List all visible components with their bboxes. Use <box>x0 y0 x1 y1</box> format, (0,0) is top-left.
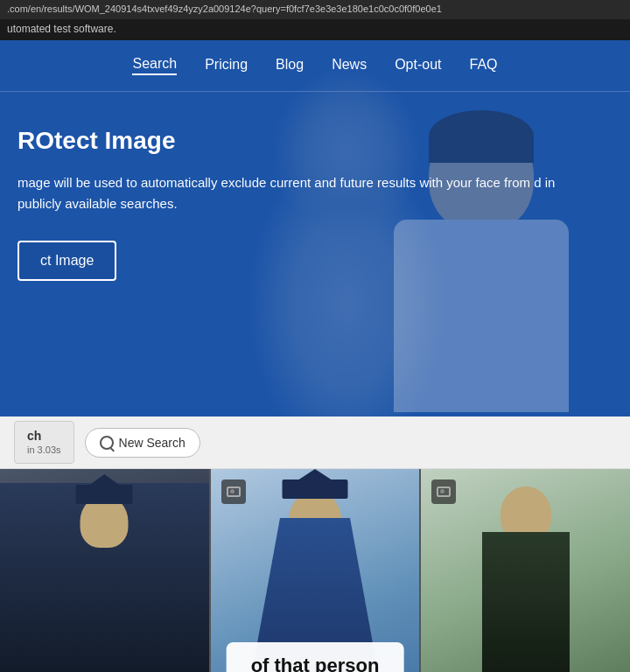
url-text: .com/en/results/WOM_240914s4txvef49z4yzy… <box>7 4 442 14</box>
subtitle-bar: utomated test software. <box>0 19 630 40</box>
search-results-bar: ch in 3.03s New Search <box>0 416 630 469</box>
search-icon <box>100 436 114 450</box>
subtitle-text: utomated test software. <box>7 23 116 35</box>
caption-overlay: of that person <box>227 642 404 672</box>
nav-blog[interactable]: Blog <box>276 57 304 74</box>
caption-text: of that person <box>251 654 380 672</box>
nav-opt-out[interactable]: Opt-out <box>395 57 441 74</box>
photo-col-left <box>0 469 209 672</box>
right-body <box>482 532 570 672</box>
photo-col-middle: of that person <box>209 469 422 672</box>
protect-image-button[interactable]: ct Image <box>18 241 116 281</box>
protect-title: ROtect Image <box>18 127 612 155</box>
protect-content: ROtect Image mage will be used to automa… <box>0 92 630 298</box>
navigation: Search Pricing Blog News Opt-out FAQ <box>0 40 630 92</box>
url-bar: .com/en/results/WOM_240914s4txvef49z4yzy… <box>0 0 630 19</box>
image-icon-inner <box>227 486 241 497</box>
nav-pricing[interactable]: Pricing <box>205 57 248 74</box>
new-search-label: New Search <box>119 436 186 450</box>
protect-description: mage will be used to automatically exclu… <box>18 172 560 214</box>
image-icon-right <box>431 480 456 504</box>
image-icon-middle <box>221 480 246 504</box>
left-grad-hat-top <box>82 474 126 490</box>
image-icon-right-inner <box>437 486 451 497</box>
photo-col-right <box>421 469 630 672</box>
nav-search[interactable]: Search <box>132 56 177 75</box>
search-time: in 3.03s <box>27 444 61 455</box>
nav-news[interactable]: News <box>332 57 367 74</box>
photo-grid: of that person <box>0 469 630 672</box>
search-label: ch <box>27 429 41 443</box>
new-search-button[interactable]: New Search <box>85 428 200 458</box>
protect-section: Search Pricing Blog News Opt-out FAQ ROt… <box>0 40 630 416</box>
search-result-info: ch in 3.03s <box>14 421 74 464</box>
nav-faq[interactable]: FAQ <box>470 57 498 74</box>
